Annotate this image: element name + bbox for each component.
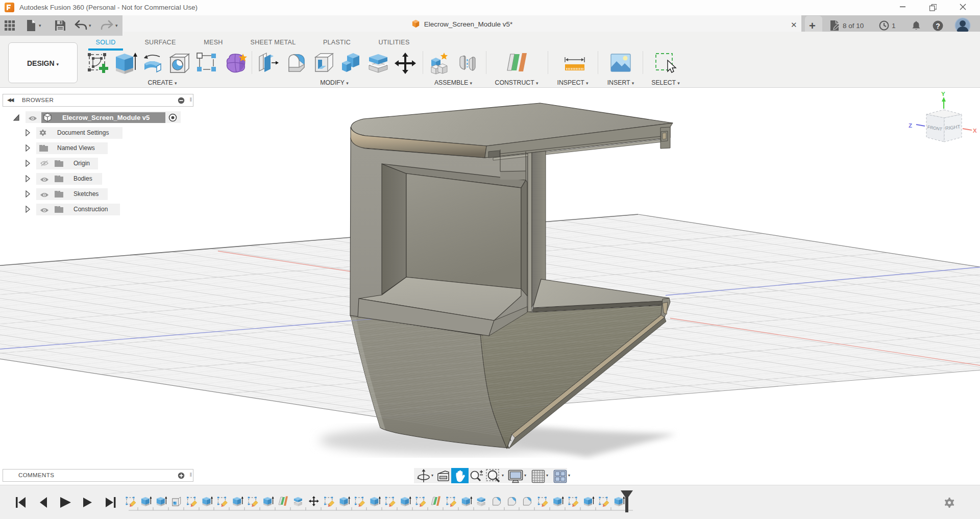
svg-text:Y: Y bbox=[941, 91, 945, 97]
svg-text:Z: Z bbox=[909, 122, 912, 129]
svg-text:?: ? bbox=[936, 22, 940, 30]
svg-text:X: X bbox=[973, 128, 977, 134]
